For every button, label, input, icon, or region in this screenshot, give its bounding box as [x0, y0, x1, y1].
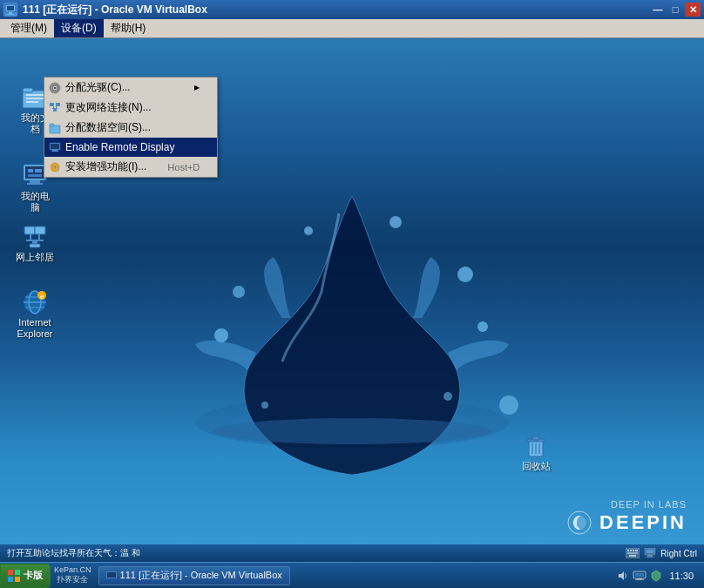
svg-rect-19 [26, 98, 44, 99]
svg-rect-78 [8, 570, 13, 575]
svg-rect-2 [9, 12, 12, 14]
svg-rect-77 [646, 557, 654, 558]
dropdown-item-guest-additions[interactable]: 🔧 安装增强功能(I)... Host+D [44, 157, 217, 177]
svg-rect-72 [627, 552, 638, 554]
shared-folder-label: 分配数据空间(S)... [65, 120, 200, 135]
svg-point-11 [443, 392, 452, 401]
svg-rect-23 [30, 180, 40, 183]
system-clock: 11:30 [666, 571, 697, 581]
svg-point-13 [499, 395, 518, 415]
svg-rect-25 [28, 169, 33, 172]
icon-label-network: 网上邻居 [14, 251, 56, 264]
svg-rect-62 [51, 144, 59, 149]
vm-viewport: 我的文档 我的电脑 [0, 38, 704, 562]
remote-display-label: Enable Remote Display [65, 141, 200, 153]
network-dropdown-icon [48, 101, 62, 115]
svg-rect-20 [26, 101, 38, 103]
svg-rect-76 [647, 555, 653, 557]
svg-rect-70 [633, 550, 634, 551]
svg-rect-75 [646, 550, 653, 553]
volume-icon[interactable] [617, 570, 629, 582]
tray-security-icon[interactable] [650, 570, 662, 582]
remote-display-icon [48, 140, 62, 154]
svg-rect-30 [30, 234, 31, 240]
svg-marker-84 [619, 571, 624, 580]
svg-rect-44 [532, 436, 539, 440]
svg-rect-18 [26, 94, 44, 96]
desktop-icon-ie[interactable]: e InternetExplorer [7, 287, 63, 342]
start-kaiban-label: 卡版 [24, 569, 43, 582]
svg-text:🔧: 🔧 [52, 164, 60, 172]
svg-rect-31 [38, 234, 40, 240]
svg-rect-73 [629, 555, 636, 557]
water-visual [178, 144, 526, 492]
svg-rect-81 [15, 577, 20, 582]
devices-dropdown-menu: 分配光驱(C)... ▶ 更改网络连接(N)... [44, 77, 218, 178]
svg-point-8 [304, 226, 313, 235]
ie-icon: e [21, 288, 49, 316]
svg-point-6 [214, 328, 228, 342]
menu-bar: 管理(M) 设备(D) 帮助(H) [0, 19, 704, 38]
taskbar-task-vm[interactable]: 111 [正在运行] - Oracle VM VirtualBox [98, 566, 290, 585]
icon-label-my-computer: 我的电脑 [19, 190, 51, 214]
svg-rect-33 [32, 240, 37, 244]
optical-label: 分配光驱(C)... [65, 80, 191, 95]
windows-logo-icon [8, 570, 20, 582]
desktop-icon-recycle[interactable]: 回收站 [508, 430, 564, 475]
svg-rect-57 [52, 108, 58, 109]
submenu-arrow-optical: ▶ [194, 84, 200, 91]
close-button[interactable]: ✕ [685, 3, 701, 17]
deepin-name: DEEPIN [599, 511, 687, 534]
keyboard-icon [626, 548, 640, 558]
svg-rect-83 [107, 572, 116, 578]
svg-text:e: e [40, 293, 44, 301]
dropdown-item-remote-display[interactable]: Enable Remote Display [44, 138, 217, 157]
recycle-icon [522, 432, 550, 460]
taskbar-task-label: 111 [正在运行] - Oracle VM VirtualBox [120, 569, 282, 582]
svg-rect-58 [53, 109, 57, 112]
taskbar: 卡版 KePan.CN 扑界安全 111 [正在运行] - Oracle VM … [0, 562, 704, 588]
svg-point-15 [213, 418, 491, 444]
svg-point-14 [233, 286, 245, 298]
vm-taskbar-icon [106, 571, 117, 580]
guest-additions-shortcut: Host+D [167, 162, 200, 172]
icon-label-ie: InternetExplorer [16, 316, 55, 341]
dropdown-item-optical[interactable]: 分配光驱(C)... ▶ [44, 78, 217, 98]
desktop-icon-network[interactable]: 网上邻居 [7, 221, 63, 266]
window-title: 111 [正在运行] - Oracle VM VirtualBox [23, 3, 207, 17]
svg-rect-24 [27, 183, 43, 185]
svg-rect-88 [635, 579, 644, 580]
svg-rect-60 [50, 124, 54, 126]
deepin-subtitle: DEEP IN LABS [566, 499, 687, 510]
svg-rect-29 [35, 226, 45, 234]
deepin-logo: DEEP IN LABS DEEPIN [566, 499, 687, 536]
vm-status-bar: 打开互助论坛找寻所在天气：温 和 Right Ctrl [0, 544, 704, 562]
svg-rect-34 [30, 244, 40, 247]
maximize-button[interactable]: □ [667, 3, 683, 17]
svg-rect-59 [50, 125, 60, 133]
network-label: 更改网络连接(N)... [65, 100, 200, 115]
dropdown-item-shared-folder[interactable]: 分配数据空间(S)... [44, 118, 217, 138]
shared-folder-icon [48, 121, 62, 135]
tray-network-icon[interactable] [633, 570, 646, 582]
minimize-button[interactable]: — [650, 3, 666, 17]
svg-rect-1 [7, 6, 14, 10]
svg-point-12 [457, 267, 473, 282]
svg-point-10 [261, 402, 268, 409]
svg-rect-17 [23, 88, 33, 92]
title-bar-controls: — □ ✕ [650, 3, 701, 17]
kaiban-sublabel: KePan.CN 扑界安全 [51, 563, 95, 588]
network-icon [21, 223, 49, 251]
guest-additions-label: 安装增强功能(I)... [65, 159, 146, 174]
optical-icon [48, 81, 62, 95]
menu-machine[interactable]: 管理(M) [3, 19, 54, 37]
svg-rect-68 [627, 550, 629, 551]
title-bar: 111 [正在运行] - Oracle VM VirtualBox — □ ✕ [0, 0, 704, 19]
dropdown-item-network[interactable]: 更改网络连接(N)... [44, 98, 217, 118]
menu-help[interactable]: 帮助(H) [104, 19, 153, 37]
start-button[interactable]: 卡版 [0, 564, 51, 588]
menu-devices[interactable]: 设备(D) [54, 19, 104, 37]
svg-rect-71 [635, 550, 638, 551]
svg-rect-28 [24, 226, 35, 234]
svg-rect-54 [56, 103, 60, 106]
